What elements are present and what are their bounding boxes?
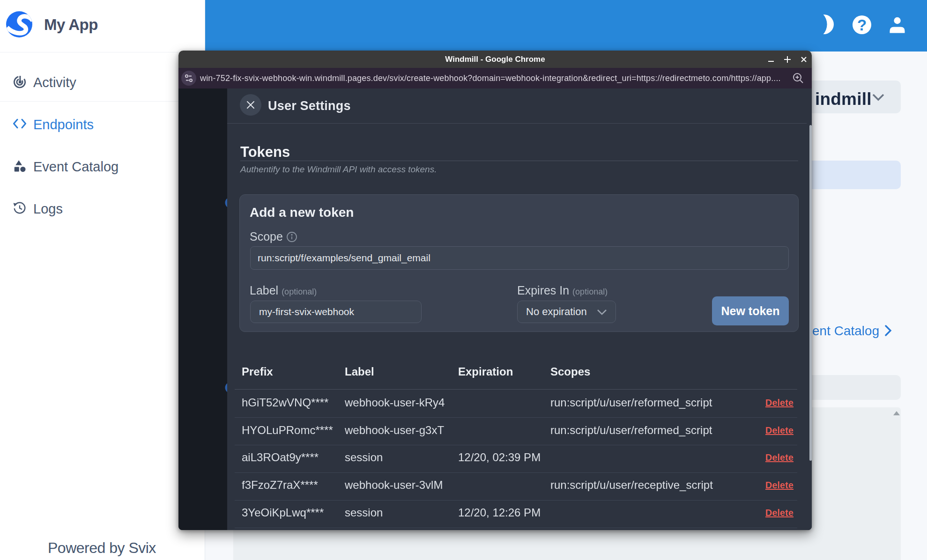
svg-text:?: ? — [857, 16, 867, 34]
